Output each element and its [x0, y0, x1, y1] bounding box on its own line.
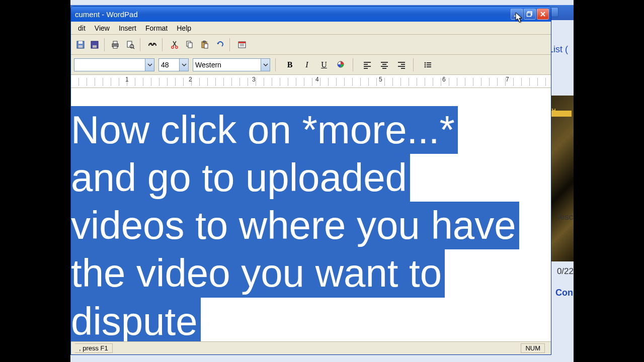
background-time-fragment: 0/22 [557, 266, 574, 277]
svg-point-17 [176, 46, 178, 48]
print-button[interactable] [109, 38, 122, 51]
bullets-icon [423, 60, 432, 69]
close-icon [539, 11, 546, 18]
bold-button[interactable]: B [283, 58, 296, 71]
doc-line[interactable]: and go to uploaded [71, 154, 410, 202]
menu-edit[interactable]: dit [74, 23, 90, 34]
letterbox-right [574, 0, 644, 362]
svg-rect-24 [238, 42, 246, 43]
font-script-combo[interactable]: Western [193, 58, 270, 71]
underline-button[interactable]: U [317, 58, 331, 71]
find-button[interactable] [146, 38, 159, 51]
svg-rect-5 [78, 45, 83, 48]
align-right-icon [397, 60, 406, 69]
doc-line[interactable]: the video you want to [71, 249, 445, 297]
doc-line[interactable]: videos to where you have [71, 202, 519, 249]
menubar: dit View Insert Format Help [71, 22, 551, 35]
ruler-ticks [71, 78, 551, 86]
standard-toolbar [71, 35, 551, 55]
paste-button[interactable] [198, 38, 211, 51]
menu-format[interactable]: Format [141, 23, 172, 34]
svg-rect-9 [113, 41, 117, 44]
font-color-button[interactable] [335, 58, 348, 71]
doc-line[interactable]: Now click on *more...* [71, 106, 458, 154]
svg-rect-4 [78, 41, 83, 44]
font-size-value: 48 [161, 61, 169, 69]
date-button[interactable] [235, 38, 249, 51]
menu-view[interactable]: View [91, 23, 114, 34]
align-right-button[interactable] [395, 58, 408, 71]
window-title: cument - WordPad [75, 10, 138, 19]
font-script-value: Western [195, 61, 221, 69]
align-center-button[interactable] [378, 58, 391, 71]
ruler-mark: 3 [252, 76, 256, 83]
svg-point-15 [153, 43, 155, 45]
italic-button[interactable]: I [300, 58, 313, 71]
copy-button[interactable] [183, 38, 196, 51]
find-icon [148, 40, 157, 49]
format-toolbar: 48 Western B I U [71, 55, 551, 75]
svg-rect-0 [514, 16, 519, 17]
status-bar: , press F1 NUM [71, 341, 551, 354]
svg-rect-2 [527, 13, 531, 17]
svg-point-40 [425, 62, 426, 63]
print-preview-button[interactable] [124, 38, 137, 51]
minimize-button[interactable] [511, 9, 523, 20]
chevron-down-icon [261, 59, 270, 71]
align-left-icon [363, 60, 372, 69]
align-center-icon [380, 60, 389, 69]
restore-icon [526, 11, 533, 18]
document-text-selection[interactable]: Now click on *more...* and go to uploade… [71, 106, 519, 341]
ruler-mark: 4 [315, 76, 319, 83]
print-icon [111, 40, 120, 49]
svg-point-14 [150, 43, 152, 45]
close-button[interactable] [537, 9, 549, 20]
svg-rect-10 [113, 46, 117, 48]
minimize-icon [513, 11, 520, 18]
bullets-button[interactable] [421, 58, 434, 71]
preview-icon [126, 40, 135, 49]
menu-insert[interactable]: Insert [115, 23, 140, 34]
ruler-mark: 1 [125, 76, 129, 83]
date-icon [237, 40, 247, 49]
open-save-button[interactable] [88, 38, 101, 51]
color-icon [337, 60, 346, 69]
save-icon [76, 40, 85, 49]
menu-help[interactable]: Help [173, 23, 195, 34]
restore-button[interactable] [524, 9, 536, 20]
wordpad-window: cument - WordPad dit View Insert Format … [70, 6, 551, 355]
align-left-button[interactable] [361, 58, 374, 71]
cut-icon [170, 40, 179, 49]
svg-rect-22 [204, 44, 208, 48]
status-num-indicator: NUM [521, 343, 545, 353]
svg-point-44 [425, 66, 426, 67]
svg-line-13 [133, 47, 135, 49]
chevron-down-icon [179, 59, 188, 71]
background-widescreen-label: lescr [558, 212, 574, 222]
font-name-combo[interactable] [74, 58, 154, 71]
save-button[interactable] [74, 38, 87, 51]
disk-icon [90, 40, 99, 49]
ruler-mark: 2 [189, 76, 192, 83]
paste-icon [200, 40, 209, 49]
svg-rect-19 [188, 43, 192, 48]
document-area[interactable]: Now click on *more...* and go to uploade… [71, 88, 551, 341]
copy-icon [185, 40, 194, 49]
ruler-mark: 6 [442, 76, 446, 83]
svg-point-16 [172, 46, 174, 48]
background-connect-link[interactable]: Conn [555, 288, 574, 298]
svg-rect-7 [93, 45, 97, 48]
svg-rect-21 [203, 41, 205, 42]
status-help-text: , press F1 [75, 343, 113, 353]
font-size-combo[interactable]: 48 [158, 58, 189, 71]
undo-button[interactable] [213, 38, 226, 51]
titlebar[interactable]: cument - WordPad [71, 7, 551, 22]
ruler-mark: 5 [379, 76, 382, 83]
svg-point-42 [425, 64, 426, 65]
chevron-down-icon [145, 59, 154, 71]
cut-button[interactable] [168, 38, 181, 51]
doc-line[interactable]: dispute [71, 298, 201, 341]
undo-icon [215, 40, 224, 49]
ruler[interactable]: 1 2 3 4 5 6 7 [71, 75, 551, 88]
ruler-mark: 7 [506, 76, 509, 83]
